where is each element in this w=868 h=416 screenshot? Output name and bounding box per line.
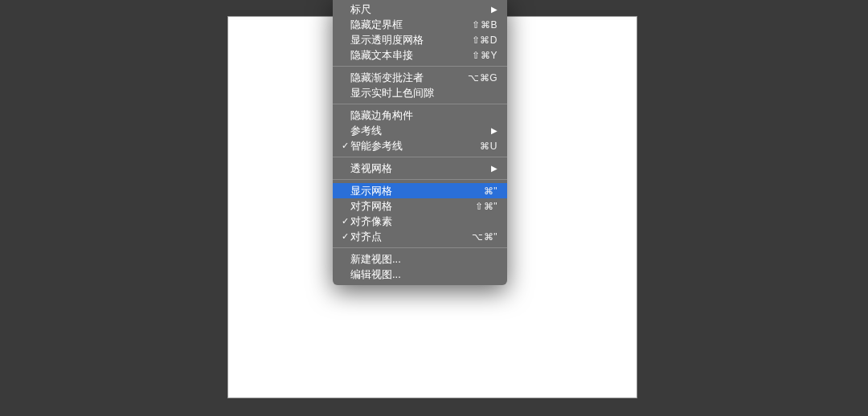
menu-item-hide-gradient-annotator[interactable]: 隐藏渐变批注者⌥⌘G: [333, 70, 507, 85]
menu-item-shortcut: ⇧⌘B: [472, 19, 497, 31]
menu-item-label: 透视网格: [350, 161, 392, 176]
menu-item-edit-views[interactable]: 编辑视图...: [333, 267, 507, 282]
menu-item-hide-text-threads[interactable]: 隐藏文本串接⇧⌘Y: [333, 47, 507, 63]
menu-item-label: 隐藏定界框: [350, 18, 403, 32]
menu-item-perspective-grid[interactable]: 透视网格▶: [333, 161, 507, 176]
menu-item-show-grid[interactable]: 显示网格⌘": [333, 183, 507, 198]
menu-item-new-view[interactable]: 新建视图...: [333, 251, 507, 267]
menu-item-label: 新建视图...: [350, 252, 401, 267]
menu-item-rulers[interactable]: 标尺▶: [333, 2, 507, 17]
menu-item-label: 对齐网格: [350, 199, 392, 214]
menu-separator: [333, 179, 507, 180]
menu-item-label: 隐藏文本串接: [350, 48, 413, 63]
menu-separator: [333, 66, 507, 67]
menu-item-smart-guides[interactable]: ✓智能参考线⌘U: [333, 138, 507, 153]
menu-item-label: 显示网格: [350, 184, 392, 198]
menu-item-snap-to-pixel[interactable]: ✓对齐像素: [333, 214, 507, 229]
menu-item-label: 参考线: [350, 124, 382, 138]
menu-item-label: 隐藏边角构件: [350, 108, 413, 123]
menu-item-show-transparency-grid[interactable]: 显示透明度网格⇧⌘D: [333, 32, 507, 47]
menu-item-label: 对齐像素: [350, 214, 392, 229]
menu-item-label: 标尺: [350, 2, 371, 17]
menu-separator: [333, 247, 507, 248]
menu-item-shortcut: ⌘U: [480, 141, 497, 152]
checkmark-icon: ✓: [339, 217, 350, 226]
menu-separator: [333, 104, 507, 104]
submenu-arrow-icon: ▶: [491, 5, 497, 14]
menu-item-snap-to-point[interactable]: ✓对齐点⌥⌘": [333, 229, 507, 244]
menu-item-snap-to-grid[interactable]: 对齐网格⇧⌘": [333, 198, 507, 214]
menu-item-shortcut: ⇧⌘D: [472, 35, 497, 46]
menu-item-label: 显示实时上色间隙: [350, 86, 434, 100]
menu-separator: [333, 157, 507, 157]
menu-item-hide-bounding-box[interactable]: 隐藏定界框⇧⌘B: [333, 17, 507, 32]
menu-item-show-live-paint-gaps[interactable]: 显示实时上色间隙: [333, 85, 507, 100]
menu-item-shortcut: ⌥⌘G: [468, 72, 497, 84]
menu-item-label: 隐藏渐变批注者: [350, 71, 424, 85]
menu-item-shortcut: ⌥⌘": [472, 231, 497, 243]
menu-item-shortcut: ⇧⌘Y: [472, 50, 497, 61]
menu-item-label: 对齐点: [350, 230, 382, 244]
menu-item-label: 智能参考线: [350, 139, 403, 153]
menu-item-hide-corner-widget[interactable]: 隐藏边角构件: [333, 108, 507, 123]
menu-item-shortcut: ⇧⌘": [475, 201, 497, 212]
checkmark-icon: ✓: [339, 141, 350, 150]
checkmark-icon: ✓: [339, 232, 350, 241]
menu-item-guides[interactable]: 参考线▶: [333, 123, 507, 138]
view-menu-dropdown: 标尺▶隐藏定界框⇧⌘B显示透明度网格⇧⌘D隐藏文本串接⇧⌘Y隐藏渐变批注者⌥⌘G…: [333, 0, 507, 285]
menu-item-shortcut: ⌘": [484, 186, 497, 197]
submenu-arrow-icon: ▶: [491, 164, 497, 173]
menu-item-label: 编辑视图...: [350, 267, 401, 282]
menu-item-label: 显示透明度网格: [350, 33, 424, 47]
submenu-arrow-icon: ▶: [491, 126, 497, 135]
